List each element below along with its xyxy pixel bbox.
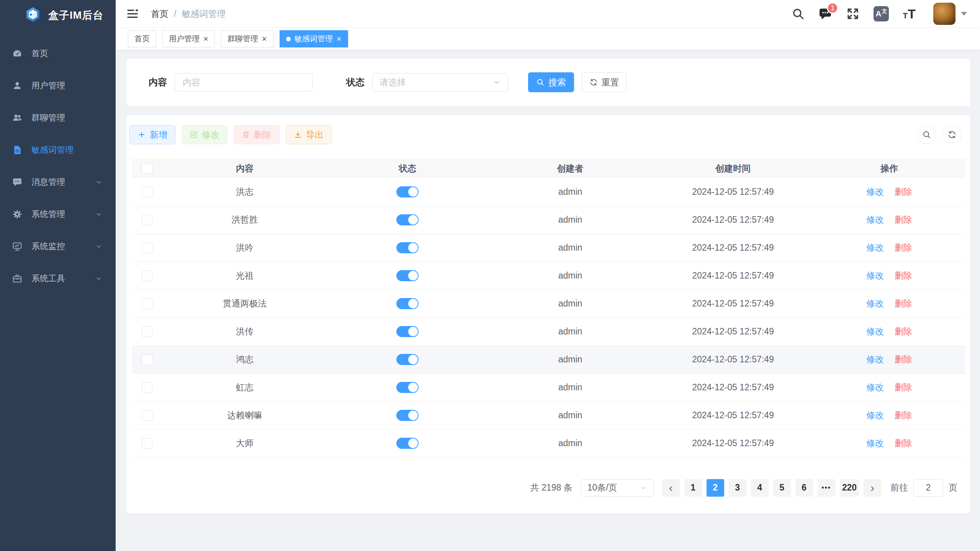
delete-link[interactable]: 删除 [895, 298, 912, 308]
avatar[interactable] [933, 3, 955, 25]
edit-link[interactable]: 修改 [866, 271, 884, 280]
delete-link[interactable]: 删除 [895, 271, 912, 280]
pager-page-4[interactable]: 4 [751, 479, 769, 497]
col-header-content: 内容 [162, 159, 327, 178]
edit-link[interactable]: 修改 [866, 187, 884, 197]
pager-page-5[interactable]: 5 [773, 479, 791, 497]
reset-button[interactable]: 重置 [582, 72, 627, 92]
row-checkbox[interactable] [142, 271, 152, 281]
sidebar-item-system[interactable]: 系统管理 [0, 198, 116, 230]
row-checkbox[interactable] [142, 215, 152, 225]
pager-page-220[interactable]: 220 [840, 479, 859, 497]
delete-link[interactable]: 删除 [895, 215, 912, 225]
close-icon[interactable]: × [337, 35, 342, 43]
tab-users[interactable]: 用户管理 × [162, 30, 215, 47]
add-button[interactable]: 新增 [129, 125, 175, 144]
delete-link[interactable]: 删除 [895, 326, 912, 336]
row-checkbox[interactable] [142, 410, 152, 421]
pager-next[interactable]: › [864, 479, 881, 497]
status-toggle[interactable] [396, 270, 419, 281]
search-button[interactable]: 搜索 [528, 72, 574, 92]
row-checkbox[interactable] [142, 326, 152, 337]
status-toggle[interactable] [396, 214, 419, 225]
status-filter-select[interactable]: 请选择 [372, 73, 508, 91]
row-checkbox[interactable] [142, 354, 152, 365]
edit-link[interactable]: 修改 [866, 438, 884, 448]
sidebar-item-sensitive-words[interactable]: 敏感词管理 [0, 134, 116, 166]
cell-creator: admin [488, 234, 653, 262]
row-checkbox[interactable] [142, 187, 152, 197]
sidebar-collapse-icon[interactable] [126, 8, 139, 20]
delete-link[interactable]: 删除 [895, 354, 912, 364]
status-toggle[interactable] [396, 186, 419, 197]
edit-link[interactable]: 修改 [866, 354, 884, 364]
edit-button[interactable]: 修改 [182, 125, 227, 144]
status-toggle[interactable] [396, 242, 419, 253]
language-icon[interactable]: A文 [874, 6, 889, 21]
cell-content: 达赖喇嘛 [162, 401, 327, 429]
pager-prev[interactable]: ‹ [662, 479, 680, 497]
user-menu[interactable] [933, 3, 967, 25]
pager-page-6[interactable]: 6 [795, 479, 813, 497]
delete-link[interactable]: 删除 [895, 187, 912, 197]
sidebar-item-users[interactable]: 用户管理 [0, 70, 116, 102]
delete-link[interactable]: 删除 [895, 243, 912, 253]
table-refresh-icon[interactable] [943, 126, 961, 144]
select-all-checkbox[interactable] [142, 163, 152, 174]
status-toggle[interactable] [396, 438, 419, 449]
edit-link[interactable]: 修改 [866, 410, 884, 420]
status-toggle[interactable] [396, 298, 419, 309]
export-button[interactable]: 导出 [286, 125, 332, 144]
table-row: 洪传 admin 2024-12-05 12:57:49 修改删除 [132, 318, 965, 346]
pager-page-3[interactable]: 3 [729, 479, 746, 497]
sidebar-item-monitor[interactable]: 系统监控 [0, 230, 116, 262]
sidebar-item-tools[interactable]: 系统工具 [0, 262, 116, 295]
pager-page-2[interactable]: 2 [707, 479, 724, 497]
content-filter-input[interactable] [175, 73, 312, 91]
tab-home[interactable]: 首页 [128, 30, 156, 47]
status-toggle[interactable] [396, 326, 419, 337]
close-icon[interactable]: × [203, 35, 208, 43]
goto-page-input[interactable] [913, 479, 943, 497]
delete-link[interactable]: 删除 [895, 438, 912, 448]
row-checkbox[interactable] [142, 382, 152, 393]
cell-content: 贯通两极法 [162, 290, 327, 318]
fullscreen-icon[interactable] [846, 7, 860, 21]
row-checkbox[interactable] [142, 438, 152, 449]
close-icon[interactable]: × [262, 35, 267, 43]
font-size-icon[interactable]: TT [903, 7, 916, 21]
page-size-select[interactable]: 10条/页 [581, 479, 654, 497]
status-toggle[interactable] [396, 382, 419, 393]
main-area: 首页 / 敏感词管理 1 [116, 0, 980, 551]
breadcrumb-home[interactable]: 首页 [151, 8, 169, 20]
tab-sensitive-words[interactable]: 敏感词管理 × [280, 30, 348, 47]
status-toggle[interactable] [396, 354, 419, 365]
sidebar-item-home[interactable]: 首页 [0, 37, 116, 70]
delete-button[interactable]: 删除 [234, 125, 280, 144]
sidebar-item-groups[interactable]: 群聊管理 [0, 102, 116, 134]
pager-page-1[interactable]: 1 [684, 479, 702, 497]
edit-link[interactable]: 修改 [866, 215, 884, 225]
delete-link[interactable]: 删除 [895, 382, 912, 392]
tab-groups[interactable]: 群聊管理 × [221, 30, 273, 47]
chevron-down-icon [95, 178, 103, 186]
status-toggle[interactable] [396, 410, 419, 421]
cell-creator: admin [488, 178, 653, 206]
edit-link[interactable]: 修改 [866, 382, 884, 392]
table-panel: 新增 修改 删除 导出 [126, 115, 970, 514]
edit-link[interactable]: 修改 [866, 326, 884, 336]
cell-created-at: 2024-12-05 12:57:49 [653, 262, 813, 290]
table-search-icon[interactable] [918, 126, 936, 144]
chevron-down-icon [95, 275, 103, 282]
sidebar: 盒子IM后台 首页 用户管理 群聊管理 敏感词管理 消息管理 系统管理 系统监控 [0, 0, 116, 551]
edit-link[interactable]: 修改 [866, 243, 884, 253]
header-search-icon[interactable] [792, 7, 805, 20]
edit-link[interactable]: 修改 [866, 298, 884, 308]
messages-icon[interactable]: 1 [818, 7, 832, 21]
row-checkbox[interactable] [142, 298, 152, 309]
row-checkbox[interactable] [142, 243, 152, 253]
delete-link[interactable]: 删除 [895, 410, 912, 420]
pager-ellipsis[interactable]: ••• [818, 479, 835, 497]
chevron-down-icon [492, 78, 501, 86]
sidebar-item-messages[interactable]: 消息管理 [0, 166, 116, 198]
